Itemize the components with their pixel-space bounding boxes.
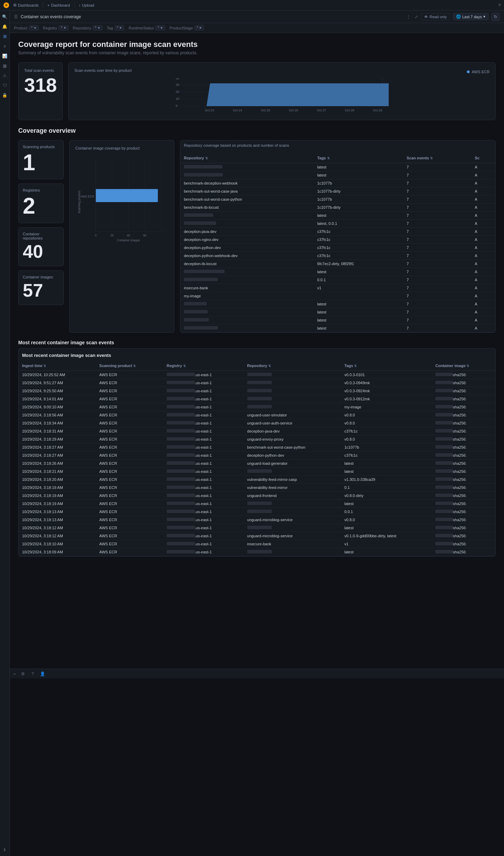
tag-cell: latest <box>314 300 403 308</box>
scan-count-cell: 7 <box>403 284 471 292</box>
toolbar-more-icon[interactable]: ⋮ <box>406 14 410 19</box>
time-cell: 10/29/2024, 9:14:01 AM <box>19 395 96 403</box>
status-cell: A <box>471 284 495 292</box>
image-cell: sha256: <box>432 492 495 500</box>
sidebar-icon-search[interactable]: 🔍 <box>1 13 8 20</box>
filter-tag[interactable]: Tag * ✦ <box>107 25 124 30</box>
svg-text:Oct 24: Oct 24 <box>233 109 242 112</box>
sidebar-icon-apps[interactable]: ⊞ <box>1 33 8 40</box>
repo-cell: unguard-microblog-service <box>244 532 341 540</box>
container-images-label: Container images <box>23 275 59 279</box>
image-cell: sha256: <box>432 411 495 419</box>
status-cell: A <box>471 276 495 284</box>
registry-header[interactable]: Registry ⇅ <box>163 361 244 371</box>
registry-cell: .us-east-1 <box>163 395 244 403</box>
svg-text:AWS ECR: AWS ECR <box>81 195 94 198</box>
tags-header[interactable]: Tags ⇅ <box>341 361 432 371</box>
scanning-product-header[interactable]: Scanning product ⇅ <box>96 361 163 371</box>
repository-header[interactable]: Repository ⇅ <box>244 361 341 371</box>
tag-cell: v0.0.3-0924mk <box>341 387 432 395</box>
sidebar-icon-layers[interactable]: ≡ <box>1 43 8 50</box>
image-cell: sha256: <box>432 371 495 379</box>
filter-product-stage[interactable]: ProductStage * ✦ <box>170 25 204 30</box>
nav-dashboard[interactable]: + Dashboard <box>47 3 70 7</box>
filter-registry[interactable]: Registry * ✦ <box>43 25 69 30</box>
image-cell: sha256: <box>432 548 495 556</box>
status-cell: A <box>471 308 495 316</box>
tag-cell: v0.8.0 <box>341 435 432 443</box>
nav-help[interactable]: ? <box>498 3 500 7</box>
nav-dashboards[interactable]: ⊞ Dashboards <box>13 3 39 7</box>
tags-col-header[interactable]: Tags ⇅ <box>314 153 403 163</box>
total-scan-events-value: 318 <box>24 75 57 95</box>
sidebar-icon-alert[interactable]: ⚠ <box>1 72 8 79</box>
product-cell: AWS ECR <box>96 460 163 468</box>
repo-table-row: latest7A <box>180 324 495 332</box>
repo-table-row: latest, 0.0.17A <box>180 220 495 228</box>
time-cell: 10/29/2024, 10:25:52 AM <box>19 371 96 379</box>
scan-count-cell: 7 <box>403 179 471 187</box>
recent-scans-table-title: Most recent container image scan events <box>19 348 495 361</box>
time-cell: 10/29/2024, 3:18:19 AM <box>19 484 96 492</box>
status-cell: A <box>471 195 495 203</box>
nav-upload[interactable]: ↑ Upload <box>79 3 94 7</box>
container-image-header[interactable]: Container image ⇅ <box>432 361 495 371</box>
scanning-products-value: 1 <box>23 150 59 175</box>
image-cell: sha256: <box>432 403 495 411</box>
recent-scan-row: 10/29/2024, 3:18:19 AMAWS ECR .us-east-1… <box>19 492 495 500</box>
repo-col-header[interactable]: Repository ⇅ <box>180 153 314 163</box>
chevron-left-button[interactable]: ‹‹ <box>13 672 16 676</box>
sidebar-icon-bell[interactable]: 🔔 <box>1 23 8 30</box>
status-col-header[interactable]: Sc <box>471 153 495 163</box>
toolbar-menu-icon[interactable]: ☰ <box>14 14 18 19</box>
time-cell: 10/29/2024, 3:18:26 AM <box>19 460 96 468</box>
scans-col-header[interactable]: Scan events ⇅ <box>403 153 471 163</box>
legend-dot <box>467 70 470 73</box>
registry-cell: .us-east-1 <box>163 516 244 524</box>
sidebar-icon-lock[interactable]: 🔒 <box>1 92 8 99</box>
repo-cell <box>244 395 341 403</box>
ingest-time-header[interactable]: Ingest time ⇅ <box>19 361 96 371</box>
product-cell: AWS ECR <box>96 508 163 516</box>
sidebar-icon-dashboard[interactable]: ▦ <box>1 62 8 69</box>
tag-cell <box>314 292 403 300</box>
sidebar-icon-info[interactable]: ℹ <box>1 846 8 853</box>
image-cell: sha256: <box>432 460 495 468</box>
filter-product[interactable]: Product * ✦ <box>14 25 39 30</box>
time-range-selector[interactable]: 🌐 Last 7 days ▾ <box>453 13 489 20</box>
user-icon[interactable]: 👤 <box>40 671 45 677</box>
scan-count-cell: 7 <box>403 260 471 268</box>
time-cell: 10/29/2024, 3:18:20 AM <box>19 476 96 484</box>
svg-text:Oct 27: Oct 27 <box>317 109 326 112</box>
settings-icon[interactable]: ⚙ <box>20 671 26 677</box>
repo-cell: insecure-bank <box>180 284 314 292</box>
product-cell: AWS ECR <box>96 500 163 508</box>
sidebar-icon-shield[interactable]: 🛡 <box>1 82 8 89</box>
filter-repository[interactable]: Repository * ✦ <box>73 25 103 30</box>
tag-cell: latest <box>314 163 403 171</box>
registry-cell: .us-east-1 <box>163 403 244 411</box>
sidebar-icon-chart[interactable]: 📊 <box>1 53 8 60</box>
time-cell: 10/29/2024, 3:18:56 AM <box>19 411 96 419</box>
recent-scan-row: 10/29/2024, 3:18:29 AMAWS ECR .us-east-1… <box>19 435 495 443</box>
repo-cell <box>244 524 341 532</box>
toolbar-share-icon[interactable]: ⤢ <box>415 14 418 19</box>
product-cell: AWS ECR <box>96 516 163 524</box>
repo-table-row: my-image7A <box>180 292 495 300</box>
filter-runtime-status[interactable]: RuntimeStatus * ✦ <box>129 25 165 30</box>
scan-count-cell: 7 <box>403 252 471 260</box>
help-icon[interactable]: ? <box>30 671 35 677</box>
repo-table-row: latest7A <box>180 212 495 220</box>
registry-cell: .us-east-1 <box>163 540 244 548</box>
bar-chart-card: Container image coverage by product Scan… <box>69 140 174 333</box>
time-cell: 10/29/2024, 3:18:34 AM <box>19 419 96 427</box>
refresh-button[interactable]: ↻ <box>491 13 500 21</box>
repo-cell <box>180 308 314 316</box>
registry-cell: .us-east-1 <box>163 379 244 387</box>
tag-cell: v1 <box>341 540 432 548</box>
recent-scan-row: 10/29/2024, 9:00:10 AMAWS ECR .us-east-1… <box>19 403 495 411</box>
registry-cell: .us-east-1 <box>163 492 244 500</box>
repo-cell <box>244 508 341 516</box>
recent-scans-card: Most recent container image scan events … <box>18 348 496 557</box>
container-images-metric: Container images 57 <box>18 270 64 305</box>
